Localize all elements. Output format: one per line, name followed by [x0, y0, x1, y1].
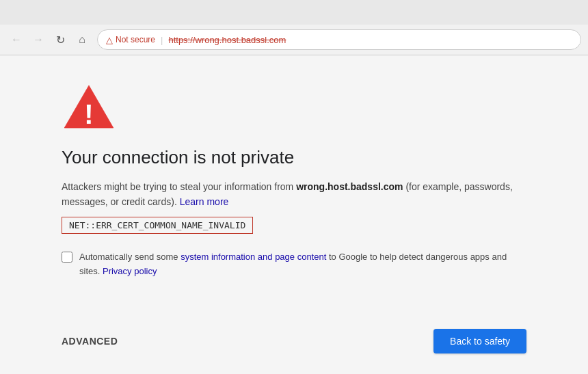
checkbox-text-1: Automatically send some [79, 252, 181, 262]
reload-icon: ↻ [56, 34, 65, 46]
error-domain: wrong.host.badssl.com [296, 181, 403, 192]
desc-part1: Attackers might be trying to steal your … [62, 181, 296, 192]
error-description: Attackers might be trying to steal your … [62, 179, 526, 210]
error-container: ! Your connection is not private Attacke… [62, 83, 526, 299]
back-to-safety-button[interactable]: Back to safety [433, 329, 526, 353]
warning-icon-wrap: ! [62, 83, 526, 133]
warning-icon: △ [106, 35, 113, 45]
tab-bar [0, 0, 588, 25]
learn-more-link[interactable]: Learn more [180, 196, 229, 207]
home-button[interactable]: ⌂ [72, 30, 92, 49]
error-title: Your connection is not private [62, 147, 526, 168]
error-triangle-icon: ! [62, 83, 116, 131]
page-content: ! Your connection is not private Attacke… [0, 55, 588, 374]
forward-button[interactable]: → [29, 30, 48, 49]
system-info-link[interactable]: system information and page content [181, 252, 326, 262]
bottom-actions: ADVANCED Back to safety [62, 329, 526, 360]
toolbar: ← → ↻ ⌂ △ Not secure | https://wrong.hos… [0, 25, 588, 55]
url-text: https://wrong.host.badssl.com [168, 35, 286, 45]
home-icon: ⌂ [79, 34, 85, 46]
reload-button[interactable]: ↻ [51, 30, 70, 49]
back-button[interactable]: ← [7, 30, 26, 49]
forward-icon: → [33, 34, 44, 46]
security-label: Not secure [116, 35, 155, 44]
address-divider: | [161, 35, 163, 45]
advanced-button[interactable]: ADVANCED [62, 330, 118, 352]
address-bar[interactable]: △ Not secure | https://wrong.host.badssl… [97, 29, 581, 50]
privacy-policy-link[interactable]: Privacy policy [103, 266, 157, 276]
back-icon: ← [11, 34, 22, 46]
error-code-box: NET::ERR_CERT_COMMON_NAME_INVALID [62, 217, 253, 234]
security-warning: △ Not secure [106, 35, 155, 45]
browser-chrome: ← → ↻ ⌂ △ Not secure | https://wrong.hos… [0, 0, 588, 55]
error-code: NET::ERR_CERT_COMMON_NAME_INVALID [69, 220, 245, 230]
checkbox-label: Automatically send some system informati… [79, 250, 526, 279]
send-info-checkbox[interactable] [62, 252, 72, 263]
nav-buttons: ← → ↻ ⌂ [7, 30, 92, 49]
svg-text:!: ! [84, 98, 94, 130]
checkbox-section: Automatically send some system informati… [62, 250, 526, 279]
